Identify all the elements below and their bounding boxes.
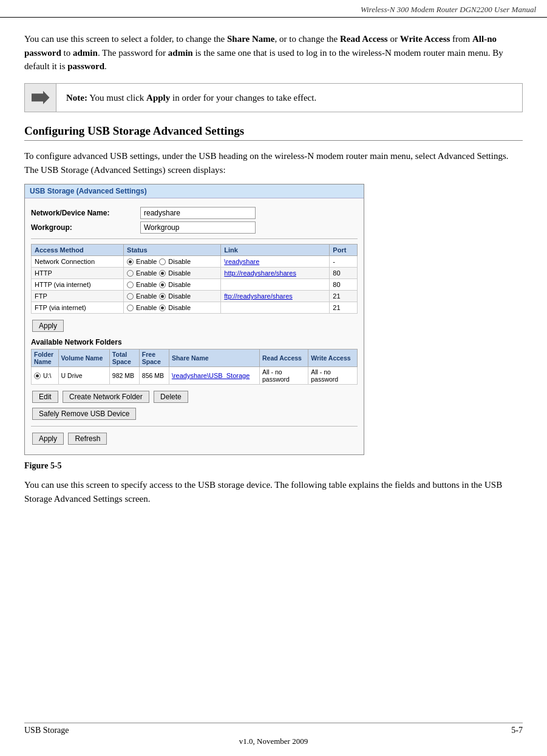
- link-cell: [221, 302, 330, 314]
- disable-radio[interactable]: [159, 305, 166, 311]
- port-cell: 80: [330, 279, 358, 291]
- disable-radio[interactable]: [159, 293, 166, 300]
- col-read-access: Read Access: [259, 349, 308, 367]
- status-cell: Enable Disable: [124, 279, 221, 291]
- radio-group: Enable Disable: [127, 258, 217, 265]
- disable-label: Disable: [168, 258, 191, 265]
- safely-remove-button[interactable]: Safely Remove USB Device: [32, 408, 136, 420]
- page-footer: USB Storage 5-7 v1.0, November 2009: [0, 723, 547, 746]
- link-value[interactable]: ftp://readyshare/shares: [224, 292, 293, 300]
- col-write-access: Write Access: [308, 349, 358, 367]
- enable-label: Enable: [136, 258, 157, 265]
- col-total-space: TotalSpace: [109, 349, 139, 367]
- access-method-table: Access Method Status Link Port Network C…: [31, 244, 358, 314]
- table-row: HTTP (via internet) Enable Disable 80: [32, 279, 358, 291]
- folder-radio[interactable]: [34, 373, 41, 379]
- share-link[interactable]: \readyshare\USB_Storage: [172, 372, 250, 379]
- network-device-name-row: Network/Device Name: readyshare: [31, 207, 358, 219]
- arrow-icon: [32, 91, 50, 104]
- page-header: Wireless-N 300 Modem Router DGN2200 User…: [0, 0, 547, 18]
- table-row: FTP (via internet) Enable Disable 21: [32, 302, 358, 314]
- apply-button-2[interactable]: Apply: [32, 433, 64, 445]
- safely-remove-container: Safely Remove USB Device: [31, 407, 358, 421]
- method-cell: HTTP: [32, 268, 124, 279]
- disable-label: Disable: [168, 269, 191, 277]
- radio-group: Enable Disable: [127, 281, 217, 288]
- figure-caption: Figure 5-5: [24, 461, 523, 471]
- intro-paragraph: You can use this screen to select a fold…: [24, 32, 523, 73]
- footer-line: [24, 723, 523, 723]
- section-heading: Configuring USB Storage Advanced Setting…: [24, 124, 523, 141]
- method-cell: FTP: [32, 291, 124, 302]
- col-folder-name: FolderName: [32, 349, 59, 367]
- workgroup-label: Workgroup:: [31, 223, 140, 232]
- enable-label: Enable: [136, 292, 157, 300]
- disable-radio[interactable]: [159, 258, 166, 265]
- port-cell: 21: [330, 291, 358, 302]
- delete-button[interactable]: Delete: [154, 391, 188, 403]
- volume-name-cell: U Drive: [58, 367, 109, 385]
- screenshot-body: Network/Device Name: readyshare Workgrou…: [25, 198, 364, 454]
- radio-group: Enable Disable: [127, 269, 217, 277]
- enable-radio[interactable]: [127, 293, 134, 300]
- header-title: Wireless-N 300 Modem Router DGN2200 User…: [361, 5, 536, 14]
- col-status: Status: [124, 245, 221, 256]
- col-share-name: Share Name: [169, 349, 259, 367]
- col-port: Port: [330, 245, 358, 256]
- footer-right: 5-7: [511, 726, 523, 735]
- link-cell: [221, 279, 330, 291]
- status-cell: Enable Disable: [124, 268, 221, 279]
- write-access-cell: All - nopassword: [308, 367, 358, 385]
- radio-group: Enable Disable: [127, 292, 217, 300]
- refresh-button[interactable]: Refresh: [68, 433, 107, 445]
- section-paragraph: To configure advanced USB settings, unde…: [24, 149, 523, 177]
- workgroup-input[interactable]: Workgroup: [140, 221, 256, 234]
- apply-btn-container: Apply: [31, 319, 358, 333]
- edit-button[interactable]: Edit: [32, 391, 58, 403]
- link-cell: http://readyshare/shares: [221, 268, 330, 279]
- folders-title: Available Network Folders: [31, 338, 358, 346]
- workgroup-row: Workgroup: Workgroup: [31, 221, 358, 234]
- note-apply-bold: Apply: [146, 93, 170, 103]
- enable-label: Enable: [136, 304, 157, 311]
- main-content: You can use this screen to select a fold…: [0, 18, 547, 530]
- footer-row: USB Storage 5-7: [24, 726, 523, 735]
- disable-label: Disable: [168, 281, 191, 288]
- port-cell: 80: [330, 268, 358, 279]
- free-space-cell: 856 MB: [139, 367, 169, 385]
- screenshot-title: USB Storage (Advanced Settings): [25, 184, 364, 198]
- col-link: Link: [221, 245, 330, 256]
- status-cell: Enable Disable: [124, 302, 221, 314]
- col-volume-name: Volume Name: [58, 349, 109, 367]
- folder-buttons-row: Edit Create Network Folder Delete: [31, 390, 358, 404]
- folders-table: FolderName Volume Name TotalSpace FreeSp…: [31, 349, 358, 385]
- disable-label: Disable: [168, 304, 191, 311]
- footer-center: v1.0, November 2009: [24, 737, 523, 746]
- create-folder-button[interactable]: Create Network Folder: [63, 391, 149, 403]
- enable-radio[interactable]: [127, 258, 134, 265]
- table-row: U:\ U Drive 982 MB 856 MB \readyshare\US…: [32, 367, 358, 385]
- port-cell: -: [330, 256, 358, 268]
- disable-radio[interactable]: [159, 270, 166, 277]
- link-value[interactable]: http://readyshare/shares: [224, 269, 296, 277]
- note-text: Note: You must click Apply in order for …: [56, 84, 326, 112]
- total-space-cell: 982 MB: [109, 367, 139, 385]
- enable-radio[interactable]: [127, 305, 134, 311]
- disable-label: Disable: [168, 292, 191, 300]
- col-access-method: Access Method: [32, 245, 124, 256]
- network-device-name-input[interactable]: readyshare: [140, 207, 256, 219]
- port-cell: 21: [330, 302, 358, 314]
- link-cell: \readyshare: [221, 256, 330, 268]
- link-value[interactable]: \readyshare: [224, 258, 259, 265]
- disable-radio[interactable]: [159, 282, 166, 288]
- method-cell: Network Connection: [32, 256, 124, 268]
- enable-radio[interactable]: [127, 270, 134, 277]
- enable-label: Enable: [136, 269, 157, 277]
- table-row: FTP Enable Disable ftp://readyshare/shar…: [32, 291, 358, 302]
- apply-button[interactable]: Apply: [32, 320, 64, 332]
- divider2: [31, 426, 358, 427]
- status-cell: Enable Disable: [124, 291, 221, 302]
- apply-refresh-row: Apply Refresh: [31, 431, 358, 446]
- enable-radio[interactable]: [127, 282, 134, 288]
- radio-group: Enable Disable: [127, 304, 217, 311]
